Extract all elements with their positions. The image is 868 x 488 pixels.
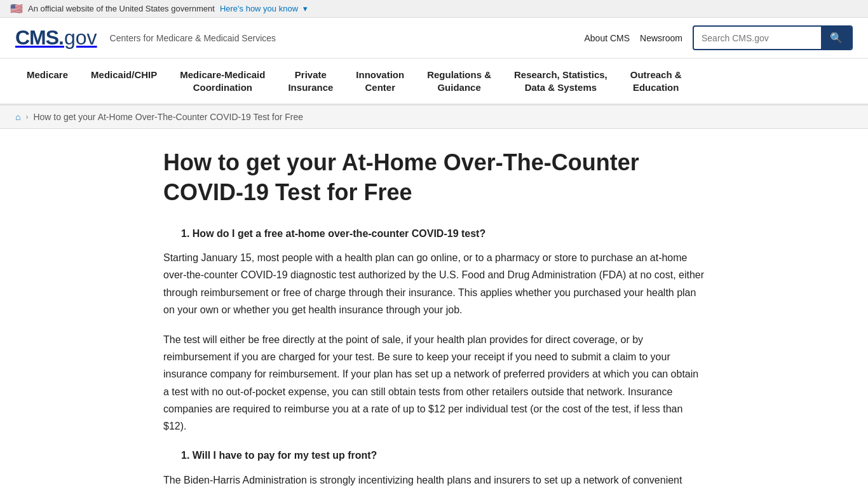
search-input[interactable] [694,28,821,48]
nav-item-innovation: InnovationCenter [344,58,416,104]
nav-item-coordination: Medicare-MedicaidCoordination [168,58,276,104]
breadcrumb: ⌂ › How to get your At-Home Over-The-Cou… [0,105,868,129]
nav-link-regulations[interactable]: Regulations &Guidance [416,58,503,104]
nav-link-outreach[interactable]: Outreach &Education [619,58,693,104]
faq-question-2: Will I have to pay for my test up front? [193,450,377,461]
nav-list: Medicare Medicaid/CHIP Medicare-Medicaid… [15,58,853,104]
nav-item-private-insurance: PrivateInsurance [276,58,344,104]
page-title: How to get your At-Home Over-The-Counter… [163,148,705,208]
logo-gov-text: gov [64,26,97,50]
expand-icon: ▾ [303,4,308,13]
faq-list: How do I get a free at-home over-the-cou… [181,226,705,242]
breadcrumb-separator: › [25,112,28,121]
faq-item-1: How do I get a free at-home over-the-cou… [181,226,705,242]
cms-logo-link[interactable]: CMS.gov [15,26,97,50]
nav-link-coordination[interactable]: Medicare-MedicaidCoordination [168,58,276,104]
nav-link-medicaid[interactable]: Medicaid/CHIP [79,58,168,92]
home-icon: ⌂ [15,112,20,122]
header-left: CMS.gov Centers for Medicare & Medicaid … [15,26,276,50]
header-right: About CMS Newsroom 🔍 [585,25,853,50]
breadcrumb-current: How to get your At-Home Over-The-Counter… [33,112,303,122]
faq-item-2: Will I have to pay for my test up front? [181,447,705,464]
content-body: How do I get a free at-home over-the-cou… [163,226,705,488]
logo-dot: . [58,26,64,50]
breadcrumb-home-link[interactable]: ⌂ [15,112,20,122]
content-para-2: The test will either be free directly at… [163,331,705,435]
agency-name: Centers for Medicare & Medicaid Services [110,33,276,43]
search-icon: 🔍 [830,32,843,43]
main-content: How to get your At-Home Over-The-Counter… [148,129,720,488]
nav-link-private-insurance[interactable]: PrivateInsurance [276,58,344,104]
nav-item-regulations: Regulations &Guidance [416,58,503,104]
about-cms-link[interactable]: About CMS [585,33,630,43]
faq-list-2: Will I have to pay for my test up front? [181,447,705,464]
search-form: 🔍 [693,25,853,50]
how-you-know-link[interactable]: Here's how you know [220,4,298,13]
header-links: About CMS Newsroom [585,33,683,43]
nav-item-medicare: Medicare [15,58,79,104]
faq-question-1: How do I get a free at-home over-the-cou… [193,228,485,239]
main-nav: Medicare Medicaid/CHIP Medicare-Medicaid… [0,58,868,105]
content-para-3: The Biden-Harris Administration is stron… [163,471,705,488]
gov-banner-expand-button[interactable]: ▾ [303,4,308,13]
nav-link-innovation[interactable]: InnovationCenter [344,58,416,104]
nav-item-research: Research, Statistics,Data & Systems [503,58,619,104]
gov-banner: 🇺🇸 An official website of the United Sta… [0,0,868,18]
nav-link-research[interactable]: Research, Statistics,Data & Systems [503,58,619,104]
search-button[interactable]: 🔍 [821,27,851,49]
gov-banner-text: An official website of the United States… [28,4,215,13]
us-flag-icon: 🇺🇸 [10,3,23,15]
nav-item-medicaid: Medicaid/CHIP [79,58,168,104]
nav-link-medicare[interactable]: Medicare [15,58,79,92]
logo-cms-text: CMS [15,26,58,50]
site-header: CMS.gov Centers for Medicare & Medicaid … [0,18,868,58]
newsroom-link[interactable]: Newsroom [640,33,682,43]
cms-logo: CMS.gov [15,26,97,50]
content-para-1: Starting January 15, most people with a … [163,249,705,318]
nav-item-outreach: Outreach &Education [619,58,693,104]
